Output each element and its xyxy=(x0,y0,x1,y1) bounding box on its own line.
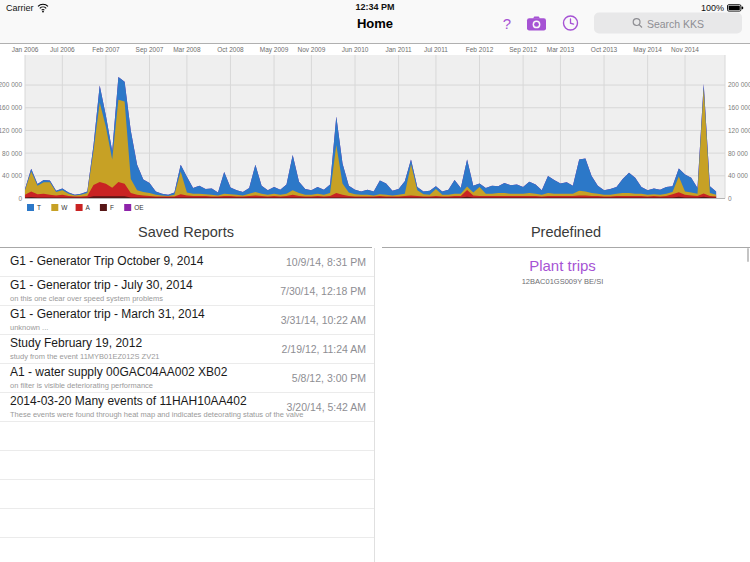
svg-text:Sep 2012: Sep 2012 xyxy=(509,46,537,54)
status-time: 12:34 PM xyxy=(355,2,394,12)
header: Carrier 12:34 PM 100% Home ? xyxy=(0,0,750,44)
carrier-label: Carrier xyxy=(6,3,34,13)
empty-row xyxy=(0,422,374,451)
svg-text:200 000: 200 000 xyxy=(0,81,22,88)
nav-controls: ? Search KKS xyxy=(503,13,742,34)
svg-text:OE: OE xyxy=(134,204,144,211)
plant-trips-link[interactable]: Plant trips xyxy=(375,257,750,274)
svg-text:Mar 2013: Mar 2013 xyxy=(547,46,575,53)
report-date: 2/19/12, 11:24 AM xyxy=(282,343,366,355)
saved-report-row[interactable]: G1 - Generator trip - March 31, 2014 unk… xyxy=(0,306,374,335)
predefined-kks-code: 12BAC01GS009Y BE/SI xyxy=(375,277,750,286)
svg-text:0: 0 xyxy=(728,195,732,202)
svg-text:160 000: 160 000 xyxy=(728,104,750,111)
empty-row xyxy=(0,509,374,538)
svg-text:T: T xyxy=(37,204,41,211)
report-date: 3/20/14, 5:42 AM xyxy=(287,401,366,413)
saved-reports-panel: Saved Reports G1 - Generator Trip Octobe… xyxy=(0,216,375,562)
svg-text:160 000: 160 000 xyxy=(0,104,22,111)
report-date: 7/30/14, 12:18 PM xyxy=(280,285,366,297)
svg-text:200 000: 200 000 xyxy=(728,81,750,88)
svg-text:Jun 2010: Jun 2010 xyxy=(342,46,369,53)
predefined-title: Predefined xyxy=(382,216,750,248)
svg-text:Oct 2008: Oct 2008 xyxy=(217,46,244,53)
predefined-item[interactable]: Plant trips 12BAC01GS009Y BE/SI xyxy=(375,257,750,286)
help-button[interactable]: ? xyxy=(503,15,511,32)
svg-text:F: F xyxy=(110,204,114,211)
predefined-panel: Predefined Plant trips 12BAC01GS009Y BE/… xyxy=(375,216,750,562)
svg-text:May 2009: May 2009 xyxy=(260,46,289,54)
camera-button[interactable] xyxy=(526,15,547,31)
svg-text:Feb 2012: Feb 2012 xyxy=(466,46,494,53)
svg-text:40 000: 40 000 xyxy=(728,172,748,179)
svg-text:120 000: 120 000 xyxy=(0,127,22,134)
events-timeline-chart[interactable]: 0040 00040 00080 00080 000120 000120 000… xyxy=(0,44,750,216)
svg-text:Feb 2007: Feb 2007 xyxy=(92,46,120,53)
svg-text:W: W xyxy=(61,204,68,211)
search-icon xyxy=(632,18,643,29)
svg-text:Nov 2014: Nov 2014 xyxy=(671,46,699,53)
battery-percent: 100% xyxy=(701,3,724,13)
report-date: 10/9/14, 8:31 PM xyxy=(286,256,366,268)
svg-text:May 2014: May 2014 xyxy=(633,46,662,54)
svg-text:80 000: 80 000 xyxy=(2,150,22,157)
saved-report-row[interactable]: 2014-03-20 Many events of 11HAH10AA402 T… xyxy=(0,393,374,422)
empty-row xyxy=(0,451,374,480)
clock-icon xyxy=(562,15,579,32)
svg-text:Nov 2009: Nov 2009 xyxy=(298,46,326,53)
scrollbar[interactable] xyxy=(747,248,749,262)
history-button[interactable] xyxy=(562,15,579,32)
saved-report-row[interactable]: Study February 19, 2012 study from the e… xyxy=(0,335,374,364)
svg-text:Jan 2011: Jan 2011 xyxy=(385,46,412,53)
page-title: Home xyxy=(357,16,393,31)
svg-text:Jul 2006: Jul 2006 xyxy=(50,46,75,53)
saved-report-row[interactable]: A1 - water supply 00GAC04AA002 XB02 on f… xyxy=(0,364,374,393)
battery-icon xyxy=(727,4,744,12)
camera-icon xyxy=(526,15,547,31)
svg-text:Sep 2007: Sep 2007 xyxy=(136,46,164,54)
saved-reports-list: G1 - Generator Trip October 9, 2014 10/9… xyxy=(0,248,375,562)
predefined-list: Plant trips 12BAC01GS009Y BE/SI xyxy=(375,248,750,562)
svg-text:Oct 2013: Oct 2013 xyxy=(591,46,618,53)
svg-text:40 000: 40 000 xyxy=(2,172,22,179)
svg-text:Mar 2008: Mar 2008 xyxy=(173,46,201,53)
report-date: 5/8/12, 3:00 PM xyxy=(292,372,366,384)
svg-text:120 000: 120 000 xyxy=(728,127,750,134)
wifi-icon xyxy=(37,3,49,13)
saved-reports-title: Saved Reports xyxy=(0,216,372,248)
saved-report-row[interactable]: G1 - Generator trip - July 30, 2014 on t… xyxy=(0,277,374,306)
svg-text:Jul 2011: Jul 2011 xyxy=(424,46,448,53)
svg-text:80 000: 80 000 xyxy=(728,150,748,157)
search-placeholder: Search KKS xyxy=(647,17,704,29)
svg-text:Jan 2006: Jan 2006 xyxy=(12,46,39,53)
empty-row xyxy=(0,480,374,509)
svg-text:A: A xyxy=(86,204,91,211)
svg-text:0: 0 xyxy=(18,195,22,202)
report-date: 3/31/14, 10:22 AM xyxy=(281,314,366,326)
saved-report-row[interactable]: G1 - Generator Trip October 9, 2014 10/9… xyxy=(0,248,374,277)
search-input[interactable]: Search KKS xyxy=(594,13,742,34)
content-panels: Saved Reports G1 - Generator Trip Octobe… xyxy=(0,216,750,562)
